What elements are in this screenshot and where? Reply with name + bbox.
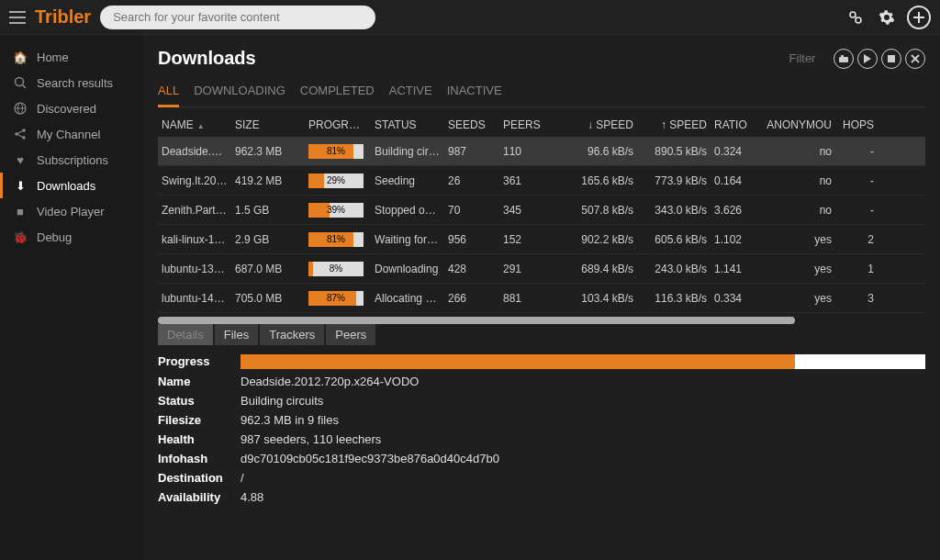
cell-peers: 291 xyxy=(499,263,564,275)
cell-seeds: 266 xyxy=(444,292,499,305)
cell-dspeed: 103.4 kB/s xyxy=(564,292,637,305)
tab-completed[interactable]: COMPLETED xyxy=(300,80,375,106)
cell-progress: 8% xyxy=(305,262,371,276)
det-label-health: Health xyxy=(158,432,241,446)
trust-icon[interactable] xyxy=(845,6,867,28)
remove-icon[interactable] xyxy=(905,49,925,69)
detail-tab-peers[interactable]: Peers xyxy=(326,324,375,345)
cell-hops: 3 xyxy=(835,292,878,305)
table-header: NAME▲ SIZE PROGRESS STATUS SEEDS PEERS ↓… xyxy=(158,113,925,137)
tab-all[interactable]: ALL xyxy=(158,80,179,107)
th-peers[interactable]: PEERS xyxy=(499,118,564,131)
sidebar-item-mychannel[interactable]: My Channel xyxy=(0,121,143,147)
home-icon: 🏠 xyxy=(13,50,28,64)
search-icon xyxy=(13,76,28,89)
cell-uspeed: 243.0 kB/s xyxy=(637,263,711,275)
share-icon xyxy=(13,128,28,140)
tab-inactive[interactable]: INACTIVE xyxy=(447,80,502,106)
table-row[interactable]: Zenith.Part.3....1.5 GB39%Stopped on e..… xyxy=(158,196,925,225)
cell-progress: 87% xyxy=(305,291,371,306)
cell-name: Swing.It.2010... xyxy=(158,174,231,187)
th-name[interactable]: NAME▲ xyxy=(158,118,231,131)
detail-progress-bar xyxy=(241,354,925,369)
tab-active[interactable]: ACTIVE xyxy=(389,80,432,106)
th-status[interactable]: STATUS xyxy=(371,118,444,131)
cell-hops: - xyxy=(835,174,878,187)
th-seeds[interactable]: SEEDS xyxy=(444,118,499,131)
cell-status: Allocating dis... xyxy=(371,292,444,305)
cell-progress: 81% xyxy=(305,144,371,159)
det-val-infohash: d9c70109cb05c181f9ec9373be876a0d40c4d7b0 xyxy=(241,452,499,465)
th-ratio[interactable]: RATIO xyxy=(711,118,762,131)
sidebar-item-search[interactable]: Search results xyxy=(0,70,143,95)
stop-icon[interactable] xyxy=(881,49,901,69)
cell-seeds: 428 xyxy=(444,263,499,275)
sidebar-item-subscriptions[interactable]: ♥Subscriptions xyxy=(0,147,143,173)
cell-name: Zenith.Part.3.... xyxy=(158,204,231,217)
sidebar-item-downloads[interactable]: ⬇Downloads xyxy=(0,173,143,198)
svg-line-11 xyxy=(17,130,24,134)
cell-seeds: 26 xyxy=(444,174,499,187)
table-row[interactable]: Deadside.201...962.3 MB81%Building circu… xyxy=(158,137,925,166)
hscroll-thumb[interactable] xyxy=(158,317,795,324)
detail-tab-files[interactable]: Files xyxy=(215,324,258,345)
cell-progress: 29% xyxy=(305,174,371,188)
sidebar-item-debug[interactable]: 🐞Debug xyxy=(0,224,143,250)
add-icon[interactable] xyxy=(907,6,931,29)
tab-downloading[interactable]: DOWNLOADING xyxy=(194,80,285,106)
th-uspeed[interactable]: ↑ SPEED xyxy=(637,118,711,131)
table-row[interactable]: Swing.It.2010...419.2 MB29%Seeding263611… xyxy=(158,166,925,196)
th-size[interactable]: SIZE xyxy=(231,118,305,131)
cell-name: lubuntu-14.1... xyxy=(158,292,231,305)
th-hops[interactable]: HOPS xyxy=(835,118,878,131)
add-download-icon[interactable] xyxy=(834,49,854,69)
cell-size: 1.5 GB xyxy=(231,204,305,217)
th-progress[interactable]: PROGRESS xyxy=(305,118,371,131)
sidebar-item-home[interactable]: 🏠Home xyxy=(0,44,143,70)
menu-icon[interactable] xyxy=(9,11,26,24)
globe-icon xyxy=(13,102,28,115)
cell-seeds: 956 xyxy=(444,233,499,246)
sidebar-item-label: Subscriptions xyxy=(37,153,108,167)
det-val-filesize: 962.3 MB in 9 files xyxy=(241,413,339,427)
cell-size: 962.3 MB xyxy=(231,145,305,158)
cell-ratio: 1.141 xyxy=(711,263,762,275)
cell-status: Stopped on e... xyxy=(371,204,444,217)
filter-input[interactable] xyxy=(775,51,830,65)
cell-name: Deadside.201... xyxy=(158,145,231,158)
cell-name: lubuntu-13.0... xyxy=(158,263,231,275)
bug-icon: 🐞 xyxy=(13,230,28,244)
cell-uspeed: 890.5 kB/s xyxy=(637,145,711,158)
settings-icon[interactable] xyxy=(876,6,898,28)
sidebar-item-discovered[interactable]: Discovered xyxy=(0,95,143,121)
svg-line-4 xyxy=(23,85,27,89)
cell-ratio: 3.626 xyxy=(711,204,762,217)
detail-tab-details[interactable]: Details xyxy=(158,324,213,345)
svg-point-3 xyxy=(16,78,24,86)
cell-hops: - xyxy=(835,204,878,217)
table-row[interactable]: lubuntu-13.0...687.0 MB8%Downloading4282… xyxy=(158,254,925,284)
table-row[interactable]: kali-linux-1.0....2.9 GB81%Waiting for c… xyxy=(158,225,925,254)
cell-name: kali-linux-1.0.... xyxy=(158,233,231,246)
cell-anon: yes xyxy=(762,263,835,275)
svg-marker-15 xyxy=(864,54,871,63)
cell-ratio: 0.324 xyxy=(711,145,762,158)
det-val-destination: / xyxy=(241,471,244,485)
play-icon[interactable] xyxy=(857,49,878,69)
detail-tab-trackers[interactable]: Trackers xyxy=(260,324,324,345)
th-anon[interactable]: ANONYMOU xyxy=(762,118,835,131)
cell-size: 687.0 MB xyxy=(231,263,305,275)
det-label-availability: Availability xyxy=(158,490,241,504)
search-input[interactable] xyxy=(100,6,375,29)
table-row[interactable]: lubuntu-14.1...705.0 MB87%Allocating dis… xyxy=(158,284,925,313)
cell-ratio: 1.102 xyxy=(711,233,762,246)
cell-peers: 110 xyxy=(499,145,564,158)
cell-peers: 881 xyxy=(499,292,564,305)
det-label-infohash: Infohash xyxy=(158,452,241,465)
cell-progress: 81% xyxy=(305,232,371,247)
th-dspeed[interactable]: ↓ SPEED xyxy=(564,118,637,131)
sidebar-item-videoplayer[interactable]: ■Video Player xyxy=(0,198,143,224)
sidebar-item-label: My Channel xyxy=(37,128,100,141)
cell-hops: - xyxy=(835,145,878,158)
heart-icon: ♥ xyxy=(13,153,28,167)
